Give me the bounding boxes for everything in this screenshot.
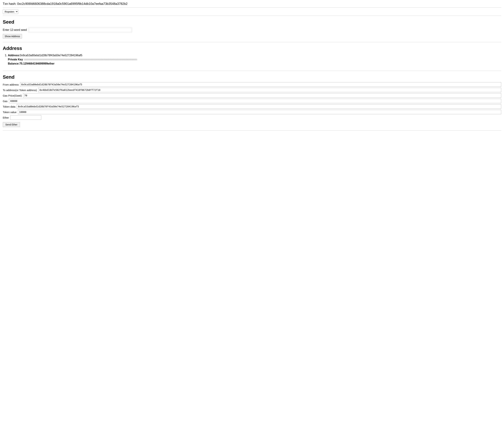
address-line: Address:0x9ca53a80ebd1d28b78f43a50e74e52… bbox=[8, 54, 501, 57]
gas-label: Gas bbox=[3, 100, 8, 103]
address-section: Address Address:0x9ca53a80ebd1d28b78f43a… bbox=[3, 46, 501, 71]
to-address-input[interactable] bbox=[38, 88, 501, 92]
address-list: Address:0x9ca53a80ebd1d28b78f43a50e74e52… bbox=[3, 54, 501, 65]
gas-input[interactable] bbox=[9, 99, 501, 103]
seed-input-row: Enter 12-word seed bbox=[3, 28, 501, 32]
balance-label: Balance: bbox=[8, 62, 19, 65]
token-data-label: Token data bbox=[3, 105, 15, 108]
from-address-row: From address bbox=[3, 82, 501, 87]
ether-row: Ether bbox=[3, 115, 501, 120]
private-key-line: Private Key ••••••••••••••••••••••••••••… bbox=[8, 58, 501, 61]
token-value-row: Token value bbox=[3, 110, 501, 114]
txn-hash-value: 0xc2c906fd6606388cda1918a0c5901a6995f9b1… bbox=[17, 2, 127, 5]
seed-title: Seed bbox=[3, 19, 501, 25]
seed-section: Seed Enter 12-word seed Show Address bbox=[3, 19, 501, 42]
private-key-value: ••••••••••••••••••••••••••••••••••••••••… bbox=[24, 58, 137, 61]
network-selector-row: Mainnet Ropsten Kovan Rinkeby bbox=[3, 9, 501, 16]
token-data-input[interactable] bbox=[17, 104, 501, 109]
gas-price-input[interactable] bbox=[23, 93, 501, 98]
ether-label: Ether bbox=[3, 116, 9, 119]
send-section: Send From address To address(or Token ad… bbox=[3, 74, 501, 131]
send-title: Send bbox=[3, 74, 501, 80]
address-item: Address:0x9ca53a80ebd1d28b78f43a50e74e52… bbox=[8, 54, 501, 65]
network-select[interactable]: Mainnet Ropsten Kovan Rinkeby bbox=[3, 9, 18, 14]
txn-hash-row: Txn hash: 0xc2c906fd6606388cda1918a0c590… bbox=[3, 2, 501, 8]
gas-price-row: Gas Price(Gwei) bbox=[3, 93, 501, 98]
gas-price-label: Gas Price(Gwei) bbox=[3, 94, 22, 97]
seed-input[interactable] bbox=[29, 28, 132, 32]
token-data-row: Token data bbox=[3, 104, 501, 109]
from-address-input[interactable] bbox=[20, 82, 501, 87]
txn-hash-label: Txn hash: bbox=[3, 2, 16, 5]
address-field-label: Address: bbox=[8, 54, 20, 57]
token-value-label: Token value bbox=[3, 111, 17, 114]
private-key-label: Private Key bbox=[8, 58, 23, 61]
send-ether-button[interactable]: Send Ether bbox=[3, 122, 20, 127]
token-value-input[interactable] bbox=[18, 110, 501, 114]
address-title: Address bbox=[3, 46, 501, 51]
gas-row: Gas bbox=[3, 99, 501, 103]
seed-label: Enter 12-word seed bbox=[3, 28, 27, 32]
to-address-label: To address(or Token address) bbox=[3, 89, 37, 91]
balance-value: 75.1294664194699999ether bbox=[19, 62, 54, 65]
from-address-label: From address bbox=[3, 83, 19, 86]
show-address-button[interactable]: Show Address bbox=[3, 34, 22, 38]
ether-input[interactable] bbox=[10, 115, 41, 120]
to-address-row: To address(or Token address) bbox=[3, 88, 501, 92]
address-field-value: 0x9ca53a80ebd1d28b78f43a50e74e527284196a… bbox=[20, 54, 82, 57]
balance-line: Balance:75.1294664194699999ether bbox=[8, 62, 501, 65]
